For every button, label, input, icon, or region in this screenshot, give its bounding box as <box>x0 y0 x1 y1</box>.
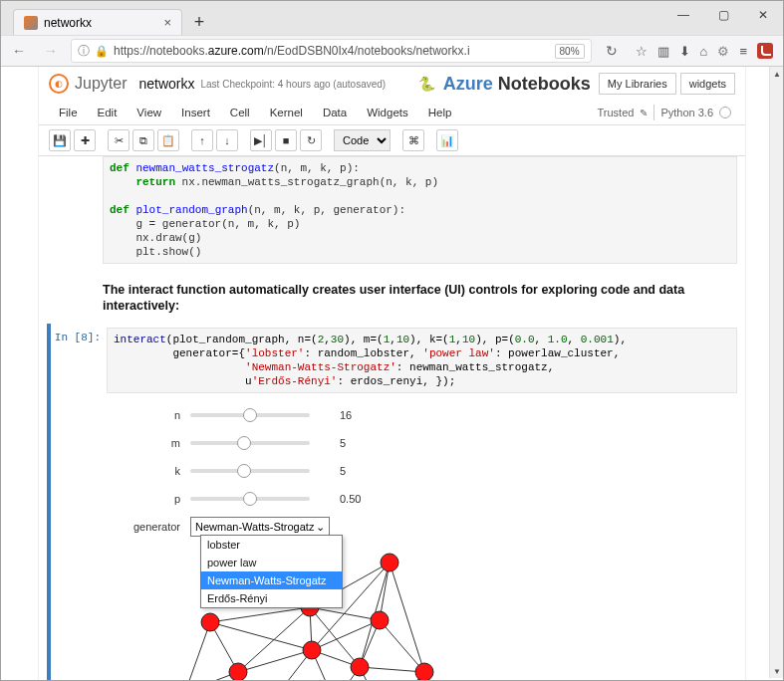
graph-edge <box>390 563 424 672</box>
graph-edge <box>210 607 310 622</box>
ublock-icon[interactable] <box>757 43 773 59</box>
notebook-name[interactable]: networkx <box>138 76 194 92</box>
slider-n[interactable] <box>190 413 310 417</box>
command-palette-button[interactable]: ⌘ <box>402 129 424 151</box>
markdown-paragraph: The interact function automatically crea… <box>103 282 737 314</box>
slider-n-value: 16 <box>340 409 380 421</box>
download-icon[interactable]: ⬇ <box>679 44 690 59</box>
my-libraries-button[interactable]: My Libraries <box>599 73 676 95</box>
azure-notebooks-label: Azure Notebooks <box>443 74 591 95</box>
menu-kernel[interactable]: Kernel <box>260 101 313 124</box>
slider-k[interactable] <box>190 469 310 473</box>
notebook-body[interactable]: def newman_watts_strogatz(n, m, k, p): r… <box>39 156 745 680</box>
menu-icon[interactable]: ≡ <box>739 44 747 59</box>
tab-strip: networkx × + <box>1 9 212 35</box>
page-scrollbar[interactable]: ▲ ▼ <box>769 67 783 678</box>
code-snippet-top: def newman_watts_strogatz(n, m, k, p): r… <box>103 156 737 264</box>
url-path: /n/EodDSBN0Ix4/notebooks/networkx.i <box>264 44 470 58</box>
menu-help[interactable]: Help <box>418 101 462 124</box>
close-window-button[interactable]: ✕ <box>743 1 783 29</box>
menu-data[interactable]: Data <box>313 101 357 124</box>
generator-option[interactable]: lobster <box>201 536 342 554</box>
url-box[interactable]: ⓘ 🔒 https://notebooks.azure.com/n/EodDSB… <box>71 39 592 63</box>
menu-file[interactable]: File <box>49 101 88 124</box>
generator-option[interactable]: Newman-Watts-Strogatz <box>201 571 342 589</box>
forward-button[interactable]: → <box>39 39 63 63</box>
copy-button[interactable]: ⧉ <box>132 129 154 151</box>
info-icon[interactable]: ⓘ <box>78 43 90 60</box>
slider-p-row: p 0.50 <box>111 487 737 511</box>
graph-edge <box>238 607 310 672</box>
menu-cell[interactable]: Cell <box>220 101 260 124</box>
slider-p-value: 0.50 <box>340 493 380 505</box>
graph-edge <box>210 622 312 650</box>
back-button[interactable]: ← <box>7 39 31 63</box>
extension-icon[interactable]: ⚙ <box>717 44 729 59</box>
menu-edit[interactable]: Edit <box>88 101 128 124</box>
reload-button[interactable]: ↻ <box>600 39 624 63</box>
interact-widgets: n 16 m 5 k 5 <box>111 403 737 539</box>
scroll-up-icon[interactable]: ▲ <box>770 67 783 81</box>
browser-tab[interactable]: networkx × <box>13 9 182 35</box>
generator-value: Newman-Watts-Strogatz <box>195 521 314 533</box>
header-left: ◐ Jupyter networkx Last Checkpoint: 4 ho… <box>49 74 386 94</box>
notebook-container: ◐ Jupyter networkx Last Checkpoint: 4 ho… <box>38 67 746 680</box>
page-content: ◐ Jupyter networkx Last Checkpoint: 4 ho… <box>1 67 783 680</box>
generator-option[interactable]: Erdős-Rényi <box>201 589 342 607</box>
kernel-label[interactable]: Python 3.6 <box>660 107 713 118</box>
stop-button[interactable]: ■ <box>275 129 297 151</box>
zoom-indicator[interactable]: 80% <box>555 44 585 59</box>
graph-edge <box>312 620 380 650</box>
save-button[interactable]: 💾 <box>49 129 71 151</box>
celltype-select[interactable]: Code <box>334 129 391 151</box>
kernel-indicator-icon <box>719 107 731 118</box>
edit-trusted-icon[interactable]: ✎ <box>640 108 648 118</box>
graph-node <box>381 554 398 571</box>
cut-button[interactable]: ✂ <box>108 129 130 151</box>
address-bar: ← → ⓘ 🔒 https://notebooks.azure.com/n/Eo… <box>1 35 783 67</box>
chart-button[interactable]: 📊 <box>436 129 458 151</box>
slider-m-label: m <box>111 437 190 449</box>
restart-button[interactable]: ↻ <box>300 129 322 151</box>
minimize-button[interactable]: — <box>663 1 703 29</box>
tab-title: networkx <box>44 16 157 30</box>
slider-k-label: k <box>111 465 190 477</box>
maximize-button[interactable]: ▢ <box>703 1 743 29</box>
home-icon[interactable]: ⌂ <box>700 44 708 59</box>
browser-window: networkx × + — ▢ ✕ ← → ⓘ 🔒 https://noteb… <box>0 0 784 681</box>
notebook-toolbar: 💾 ✚ ✂ ⧉ 📋 ↑ ↓ ▶│ ■ ↻ Code ⌘ <box>39 125 745 156</box>
graph-node <box>201 613 219 631</box>
library-icon[interactable]: ▥ <box>657 44 669 59</box>
trusted-label[interactable]: Trusted <box>598 107 635 118</box>
slider-m[interactable] <box>190 441 310 445</box>
generator-option[interactable]: power law <box>201 554 342 571</box>
azure-prefix: Azure <box>443 74 493 94</box>
code-cell-output: def newman_watts_strogatz(n, m, k, p): r… <box>47 156 737 264</box>
move-up-button[interactable]: ↑ <box>191 129 213 151</box>
url-prefix: https://notebooks. <box>114 44 208 58</box>
graph-node <box>229 663 247 680</box>
run-button[interactable]: ▶│ <box>250 129 272 151</box>
notebook-header: ◐ Jupyter networkx Last Checkpoint: 4 ho… <box>39 67 745 101</box>
new-tab-button[interactable]: + <box>186 9 212 35</box>
kernel-status: Trusted ✎ Python 3.6 <box>598 105 735 120</box>
generator-dropdown[interactable]: Newman-Watts-Strogatz ⌄ <box>190 517 330 537</box>
graph-edge <box>360 667 424 672</box>
window-controls: — ▢ ✕ <box>663 1 783 29</box>
bookmark-icon[interactable]: ☆ <box>636 44 648 59</box>
paste-button[interactable]: 📋 <box>157 129 179 151</box>
slider-p[interactable] <box>190 497 310 501</box>
menu-widgets[interactable]: Widgets <box>357 101 418 124</box>
move-down-button[interactable]: ↓ <box>216 129 238 151</box>
menu-insert[interactable]: Insert <box>171 101 220 124</box>
scroll-down-icon[interactable]: ▼ <box>770 664 783 678</box>
widgets-button[interactable]: widgets <box>680 73 735 95</box>
input-cell-8[interactable]: In [8]: interact(plot_random_graph, n=(2… <box>47 324 737 680</box>
menu-view[interactable]: View <box>127 101 171 124</box>
cell-code[interactable]: interact(plot_random_graph, n=(2,30), m=… <box>107 328 737 393</box>
generator-label: generator <box>111 521 190 533</box>
graph-edge <box>310 607 380 620</box>
generator-row: generator Newman-Watts-Strogatz ⌄ lobste… <box>111 515 737 539</box>
close-tab-icon[interactable]: × <box>163 15 171 30</box>
insert-cell-button[interactable]: ✚ <box>74 129 96 151</box>
